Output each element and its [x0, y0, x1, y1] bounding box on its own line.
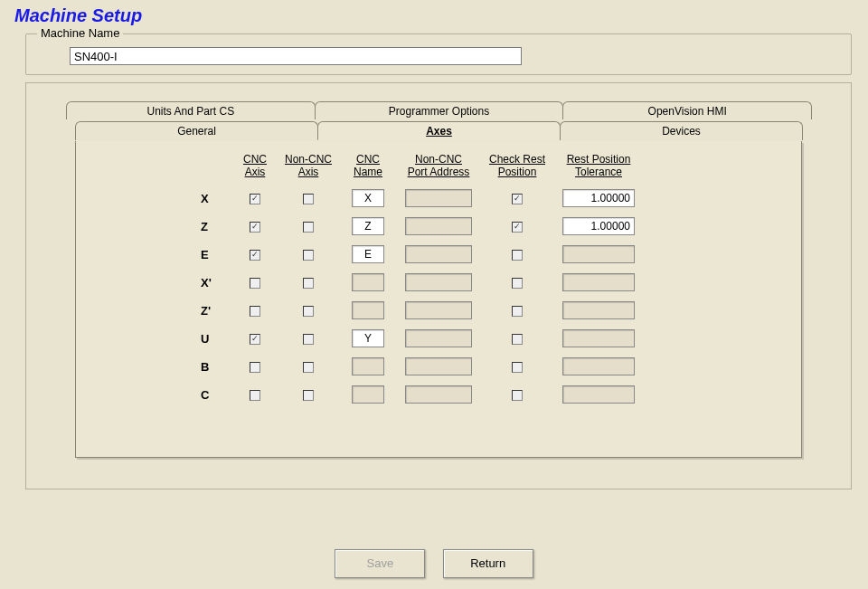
rest-tol-input[interactable]: [562, 385, 635, 404]
axes-grid: CNCAxis Non-CNCAxis CNCName Non-CNCPort …: [197, 154, 779, 409]
axis-row: C: [197, 381, 779, 409]
rest-tol-input[interactable]: [562, 189, 635, 207]
axis-label: Z: [197, 220, 233, 233]
rest-tol-input[interactable]: [562, 273, 635, 291]
cnc-name-input[interactable]: [352, 217, 384, 235]
save-button[interactable]: Save: [335, 549, 425, 578]
axis-row: Z✓✓: [197, 213, 779, 241]
noncnc-axis-checkbox[interactable]: [303, 334, 314, 345]
tab-axes[interactable]: Axes: [317, 121, 561, 140]
tab-units-and-part-cs[interactable]: Units And Part CS: [66, 101, 316, 119]
axis-label: E: [197, 248, 233, 261]
cnc-axis-checkbox[interactable]: ✓: [250, 334, 260, 345]
axis-label: X: [197, 192, 233, 205]
cnc-name-input[interactable]: [352, 357, 384, 375]
axis-row: Z': [197, 297, 779, 325]
noncnc-axis-checkbox[interactable]: [303, 222, 314, 233]
cnc-axis-checkbox[interactable]: ✓: [250, 250, 260, 261]
cnc-name-input[interactable]: [352, 245, 384, 263]
cnc-axis-checkbox[interactable]: [250, 362, 260, 373]
cnc-axis-checkbox[interactable]: [250, 278, 260, 289]
axis-label: U: [197, 332, 233, 346]
tab-content-axes: CNCAxis Non-CNCAxis CNCName Non-CNCPort …: [75, 141, 802, 458]
tabs-row-front: General Axes Devices: [75, 121, 802, 140]
noncnc-port-input[interactable]: [405, 273, 472, 291]
tab-general[interactable]: General: [75, 121, 318, 140]
button-bar: Save Return: [0, 549, 868, 578]
tabs-row-back: Units And Part CS Programmer Options Ope…: [66, 101, 811, 119]
tabs-area: Units And Part CS Programmer Options Ope…: [66, 101, 811, 463]
noncnc-port-input[interactable]: [405, 301, 472, 319]
hdr-cnc-name: CNCName: [340, 154, 396, 179]
noncnc-axis-checkbox[interactable]: [303, 250, 314, 261]
noncnc-port-input[interactable]: [405, 329, 472, 347]
page-title: Machine Setup: [0, 0, 868, 30]
rest-tol-input[interactable]: [562, 357, 635, 375]
axis-row: U✓: [197, 325, 779, 353]
rest-tol-input[interactable]: [562, 329, 635, 347]
noncnc-port-input[interactable]: [405, 245, 472, 263]
rest-tol-input[interactable]: [562, 301, 635, 319]
machine-name-label: Machine Name: [37, 26, 123, 40]
noncnc-port-input[interactable]: [405, 189, 472, 207]
machine-name-group: Machine Name: [25, 33, 852, 75]
axis-row: X✓✓: [197, 185, 779, 213]
noncnc-axis-checkbox[interactable]: [303, 306, 314, 317]
tab-devices[interactable]: Devices: [560, 121, 803, 140]
tab-programmer-options[interactable]: Programmer Options: [315, 101, 564, 119]
axis-label: X': [197, 276, 233, 290]
machine-name-input[interactable]: [70, 47, 522, 65]
noncnc-axis-checkbox[interactable]: [303, 278, 314, 289]
cnc-axis-checkbox[interactable]: ✓: [250, 194, 260, 204]
noncnc-axis-checkbox[interactable]: [303, 362, 314, 373]
check-rest-checkbox[interactable]: [512, 334, 523, 345]
noncnc-port-input[interactable]: [405, 217, 472, 235]
check-rest-checkbox[interactable]: ✓: [512, 222, 523, 233]
cnc-axis-checkbox[interactable]: [250, 306, 260, 317]
hdr-noncnc-axis: Non-CNCAxis: [277, 154, 340, 179]
check-rest-checkbox[interactable]: [512, 250, 523, 261]
cnc-name-input[interactable]: [352, 385, 384, 404]
tab-openvision-hmi[interactable]: OpenVision HMI: [562, 101, 812, 119]
axis-label: C: [197, 388, 233, 402]
check-rest-checkbox[interactable]: ✓: [512, 194, 523, 204]
cnc-name-input[interactable]: [352, 301, 384, 319]
axis-row: X': [197, 269, 779, 297]
rest-tol-input[interactable]: [562, 217, 635, 235]
hdr-noncnc-port: Non-CNCPort Address: [396, 154, 481, 179]
check-rest-checkbox[interactable]: [512, 306, 523, 317]
noncnc-axis-checkbox[interactable]: [303, 390, 314, 401]
check-rest-checkbox[interactable]: [512, 278, 523, 289]
rest-tol-input[interactable]: [562, 245, 635, 263]
axes-column-headers: CNCAxis Non-CNCAxis CNCName Non-CNCPort …: [197, 154, 779, 179]
axis-row: E✓: [197, 241, 779, 269]
axis-label: B: [197, 360, 233, 374]
axis-row: B: [197, 353, 779, 381]
cnc-name-input[interactable]: [352, 329, 384, 347]
return-button[interactable]: Return: [443, 549, 533, 578]
hdr-check-rest: Check RestPosition: [481, 154, 553, 179]
main-panel: Units And Part CS Programmer Options Ope…: [25, 82, 852, 489]
cnc-name-input[interactable]: [352, 273, 384, 291]
check-rest-checkbox[interactable]: [512, 390, 523, 401]
cnc-axis-checkbox[interactable]: ✓: [250, 222, 260, 233]
check-rest-checkbox[interactable]: [512, 362, 523, 373]
cnc-axis-checkbox[interactable]: [250, 390, 260, 401]
noncnc-axis-checkbox[interactable]: [303, 194, 314, 204]
noncnc-port-input[interactable]: [405, 357, 472, 375]
axis-label: Z': [197, 304, 233, 318]
cnc-name-input[interactable]: [352, 189, 384, 207]
hdr-cnc-axis: CNCAxis: [233, 154, 277, 179]
noncnc-port-input[interactable]: [405, 385, 472, 404]
hdr-rest-tol: Rest PositionTolerance: [553, 154, 644, 179]
